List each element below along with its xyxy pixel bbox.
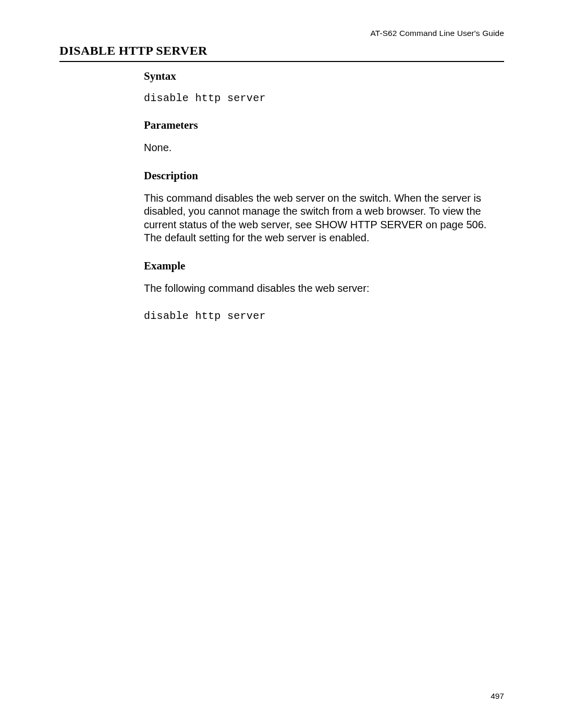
example-code: disable http server	[144, 310, 504, 322]
document-page: AT-S62 Command Line User's Guide DISABLE…	[0, 0, 563, 728]
command-content: Syntax disable http server Parameters No…	[144, 70, 504, 337]
page-number: 497	[491, 692, 504, 701]
command-title: DISABLE HTTP SERVER	[59, 44, 504, 61]
syntax-heading: Syntax	[144, 70, 504, 83]
title-underline	[59, 61, 504, 62]
example-intro: The following command disables the web s…	[144, 282, 504, 295]
running-header: AT-S62 Command Line User's Guide	[370, 29, 504, 38]
description-text: This command disables the web server on …	[144, 192, 504, 245]
syntax-code: disable http server	[144, 92, 504, 104]
command-title-block: DISABLE HTTP SERVER	[59, 44, 504, 62]
parameters-text: None.	[144, 141, 504, 155]
description-heading: Description	[144, 169, 504, 182]
parameters-heading: Parameters	[144, 119, 504, 132]
example-heading: Example	[144, 260, 504, 273]
